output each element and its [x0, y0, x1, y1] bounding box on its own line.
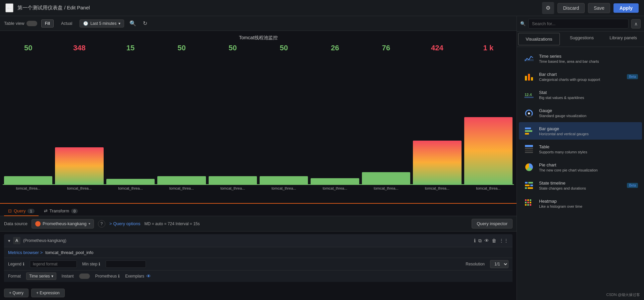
chart-title: Tomcat线程池监控	[0, 31, 517, 41]
viz-tab-library-panels[interactable]: Library panels	[602, 32, 644, 47]
svg-rect-14	[525, 152, 533, 153]
tab-transform[interactable]: ⇄ Transform 0	[40, 206, 82, 216]
viz-info: State timelineState changes and duration…	[539, 181, 623, 190]
svg-rect-28	[525, 204, 527, 206]
viz-item-gauge[interactable]: GaugeStandard gauge visualization	[519, 104, 642, 121]
query-inspector-button[interactable]: Query inspector	[472, 219, 513, 229]
viz-info: HeatmapLike a histogram over time	[539, 199, 638, 208]
viz-name: Pie chart	[539, 162, 638, 167]
time-picker[interactable]: 🕐 Last 5 minutes ▾	[79, 19, 124, 28]
settings-button[interactable]: ⚙	[542, 2, 554, 14]
viz-info: Bar chartCategorical charts with group s…	[539, 72, 623, 82]
query-delete-button[interactable]: 🗑	[492, 238, 496, 244]
right-panel: 🔍 ∧ VisualizationsSuggestionsLibrary pan…	[517, 16, 644, 300]
viz-item-table[interactable]: TableSupports many column styles	[519, 140, 642, 158]
viz-info: GaugeStandard gauge visualization	[539, 108, 638, 118]
query-collapse-icon[interactable]: ▾	[8, 238, 10, 243]
exemplars-eye-icon[interactable]: 👁	[146, 273, 151, 279]
beta-badge: Beta	[627, 74, 638, 79]
viz-item-bar-chart[interactable]: Bar chartCategorical charts with group s…	[519, 68, 642, 85]
svg-rect-0	[524, 59, 534, 61]
collapse-button[interactable]: ∧	[631, 19, 641, 29]
viz-name: Time series	[539, 54, 638, 59]
add-expression-button[interactable]: + Expression	[31, 289, 65, 297]
viz-info: StatBig stat values & sparklines	[539, 90, 638, 100]
minstep-input[interactable]	[106, 260, 146, 268]
datasource-info-button[interactable]: ?	[98, 220, 105, 228]
zoom-button[interactable]: 🔍	[128, 19, 138, 28]
bar-value: 26	[331, 44, 339, 52]
datasource-row: Data source Prometheus-kangkang ▾ ? > Qu…	[0, 216, 517, 232]
viz-desc: Time based line, area and bar charts	[539, 59, 638, 63]
table-view-label: Table view	[4, 21, 24, 26]
legend-info-icon: ℹ	[23, 262, 24, 266]
topbar-right: ⚙ Discard Save Apply	[542, 2, 639, 14]
bar-bottom-line	[3, 184, 54, 185]
query-row-icons: ℹ ⧉ 👁 🗑 ⋮⋮	[474, 238, 508, 244]
fill-button[interactable]: Fill	[41, 19, 54, 28]
tab-query[interactable]: ⊡ Query 1	[4, 206, 39, 216]
svg-rect-22	[525, 199, 527, 201]
transform-tab-label: Transform	[50, 208, 69, 213]
chart-area: Tomcat线程池监控 50tomcat_threa...348tomcat_t…	[0, 31, 517, 203]
svg-rect-27	[530, 202, 531, 203]
bar-value: 50	[177, 44, 185, 52]
bar-label: tomcat_threa...	[169, 186, 194, 190]
metrics-browser-button[interactable]: Metrics browser >	[8, 250, 43, 255]
query-section: ⊡ Query 1 ⇄ Transform 0 Data source Prom…	[0, 203, 517, 300]
legend-input[interactable]	[30, 260, 77, 268]
viz-info: TableSupports many column styles	[539, 144, 638, 154]
svg-text:12.4: 12.4	[525, 93, 532, 97]
save-button[interactable]: Save	[588, 3, 610, 13]
discard-button[interactable]: Discard	[557, 3, 585, 13]
query-drag-button[interactable]: ⋮⋮	[499, 238, 508, 244]
legend-row: Legend ℹ Min step ℹ Resolution 1/1 1/2 1…	[4, 258, 513, 270]
query-info-button[interactable]: ℹ	[474, 238, 476, 244]
query-duplicate-button[interactable]: ⧉	[478, 238, 482, 244]
bar-bottom-line	[361, 184, 412, 185]
viz-item-pie-chart[interactable]: Pie chartThe new core pie chart visualiz…	[519, 158, 642, 176]
metrics-query-input[interactable]	[45, 250, 508, 255]
query-options-button[interactable]: > Query options	[109, 221, 141, 226]
apply-button[interactable]: Apply	[613, 3, 639, 13]
bar-wrapper	[54, 54, 105, 184]
viz-item-time-series[interactable]: Time seriesTime based line, area and bar…	[519, 50, 642, 67]
search-input[interactable]	[528, 19, 629, 29]
viz-item-heatmap[interactable]: HeatmapLike a histogram over time	[519, 195, 642, 212]
viz-tab-suggestions[interactable]: Suggestions	[561, 32, 603, 47]
resolution-select[interactable]: 1/1 1/2 1/3	[490, 260, 508, 268]
query-toggle-button[interactable]: 👁	[484, 238, 489, 244]
table-view-toggle[interactable]: Table view	[4, 21, 37, 26]
viz-tab-visualizations[interactable]: Visualizations	[518, 33, 560, 45]
datasource-selector[interactable]: Prometheus-kangkang ▾	[32, 219, 94, 229]
timeseries-icon	[523, 52, 535, 64]
format-select[interactable]: Time series ▾	[26, 272, 56, 280]
bar	[4, 176, 52, 184]
add-query-row: + Query + Expression	[0, 286, 517, 300]
bar-col: 424tomcat_threa...	[412, 44, 463, 190]
viz-item-stat[interactable]: 12.4StatBig stat values & sparklines	[519, 86, 642, 103]
viz-name: Gauge	[539, 108, 638, 113]
left-panel: Table view Fill Actual 🕐 Last 5 minutes …	[0, 16, 517, 300]
refresh-button[interactable]: ↻	[142, 19, 149, 28]
watermark: CSDN @烟火缘过客	[606, 292, 640, 297]
viz-item-state-timeline[interactable]: State timelineState changes and duration…	[519, 177, 642, 194]
viz-item-bar-gauge[interactable]: Bar gaugeHorizontal and vertical gauges	[519, 122, 642, 140]
clock-icon: 🕐	[83, 21, 88, 26]
statetimeline-icon	[523, 179, 535, 191]
piechart-icon	[523, 161, 535, 173]
bar-col: 50tomcat_threa...	[207, 44, 258, 190]
chart-toolbar: Table view Fill Actual 🕐 Last 5 minutes …	[0, 16, 517, 31]
actual-button[interactable]: Actual	[58, 20, 75, 27]
svg-rect-13	[525, 150, 533, 151]
bar-label: tomcat_threa...	[67, 186, 92, 190]
add-query-button[interactable]: + Query	[4, 289, 29, 297]
bar-wrapper	[309, 54, 360, 184]
metrics-row: Metrics browser >	[4, 247, 513, 258]
instant-toggle[interactable]	[79, 273, 90, 279]
table-icon	[523, 143, 535, 155]
bar-label: tomcat_threa...	[374, 186, 398, 190]
back-button[interactable]: ←	[5, 3, 13, 12]
viz-desc: Horizontal and vertical gauges	[539, 132, 638, 136]
table-view-switch[interactable]	[26, 21, 37, 26]
